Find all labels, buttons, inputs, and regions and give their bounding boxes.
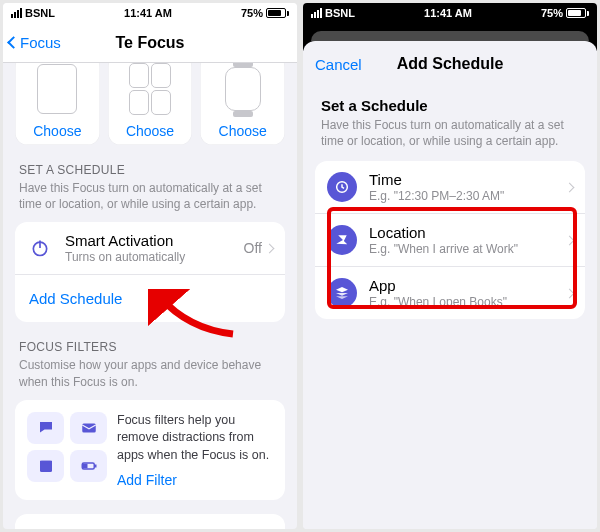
schedule-app-row[interactable]: App E.g. "When I open Books" xyxy=(315,266,585,319)
signal-icon xyxy=(11,8,22,18)
battery-pct: 75% xyxy=(541,7,563,19)
appearance-tiles: Choose Choose Choose xyxy=(3,63,297,145)
smart-activation-value: Off xyxy=(244,240,262,256)
sheet-section-header: Set a Schedule Have this Focus turn on a… xyxy=(303,87,597,155)
battery-low-icon xyxy=(70,450,107,482)
smart-activation-row[interactable]: Smart Activation Turns on automatically … xyxy=(15,222,285,274)
add-schedule-button[interactable]: Add Schedule xyxy=(15,274,285,322)
status-time: 11:41 AM xyxy=(424,7,472,19)
location-icon xyxy=(327,225,357,255)
battery-icon xyxy=(566,8,589,18)
sheet-title: Add Schedule xyxy=(397,55,504,73)
chevron-left-icon xyxy=(7,36,20,49)
schedule-section-header: SET A SCHEDULE Have this Focus turn on a… xyxy=(3,145,297,216)
svg-rect-6 xyxy=(83,464,86,467)
chevron-right-icon xyxy=(565,235,575,245)
status-bar: BSNL 11:41 AM 75% xyxy=(303,3,597,23)
back-button[interactable]: Focus xyxy=(9,34,61,51)
chevron-right-icon xyxy=(565,182,575,192)
schedule-card: Smart Activation Turns on automatically … xyxy=(15,222,285,322)
lockscreen-art-icon xyxy=(37,64,77,114)
battery-pct: 75% xyxy=(241,7,263,19)
filters-section-header: FOCUS FILTERS Customise how your apps an… xyxy=(3,322,297,393)
schedule-options-card: Time E.g. "12:30 PM–2:30 AM" Location E.… xyxy=(315,161,585,319)
back-label: Focus xyxy=(20,34,61,51)
carrier-label: BSNL xyxy=(325,7,355,19)
watch-art-icon xyxy=(225,67,261,111)
chat-icon xyxy=(27,412,64,444)
filters-description: Focus filters help you remove distractio… xyxy=(117,412,273,465)
chevron-right-icon xyxy=(265,243,275,253)
chevron-right-icon xyxy=(565,288,575,298)
calendar-icon xyxy=(27,450,64,482)
delete-focus-button[interactable]: Delete Focus xyxy=(15,514,285,529)
svg-rect-2 xyxy=(82,423,96,432)
status-time: 11:41 AM xyxy=(124,7,172,19)
schedule-location-row[interactable]: Location E.g. "When I arrive at Work" xyxy=(315,213,585,266)
phone-left: BSNL 11:41 AM 75% Focus Te Focus Choose … xyxy=(3,3,297,529)
battery-icon xyxy=(266,8,289,18)
page-title: Te Focus xyxy=(115,34,184,52)
svg-rect-4 xyxy=(40,461,52,464)
sheet-nav: Cancel Add Schedule xyxy=(303,41,597,87)
homescreen-art-icon xyxy=(129,63,171,115)
mail-icon xyxy=(70,412,107,444)
signal-icon xyxy=(311,8,322,18)
clock-icon xyxy=(327,172,357,202)
tile-homescreen[interactable]: Choose xyxy=(108,63,193,145)
power-icon xyxy=(27,235,53,261)
cancel-button[interactable]: Cancel xyxy=(315,56,362,73)
app-stack-icon xyxy=(327,278,357,308)
filters-card: Focus filters help you remove distractio… xyxy=(15,400,285,501)
tile-watch[interactable]: Choose xyxy=(200,63,285,145)
tile-lockscreen[interactable]: Choose xyxy=(15,63,100,145)
schedule-time-row[interactable]: Time E.g. "12:30 PM–2:30 AM" xyxy=(315,161,585,213)
status-bar: BSNL 11:41 AM 75% xyxy=(3,3,297,23)
filter-icons-grid xyxy=(27,412,107,482)
phone-right: BSNL 11:41 AM 75% Cancel Add Schedule Se… xyxy=(303,3,597,529)
add-schedule-sheet: Cancel Add Schedule Set a Schedule Have … xyxy=(303,41,597,529)
add-filter-button[interactable]: Add Filter xyxy=(117,472,273,488)
nav-bar: Focus Te Focus xyxy=(3,23,297,63)
carrier-label: BSNL xyxy=(25,7,55,19)
